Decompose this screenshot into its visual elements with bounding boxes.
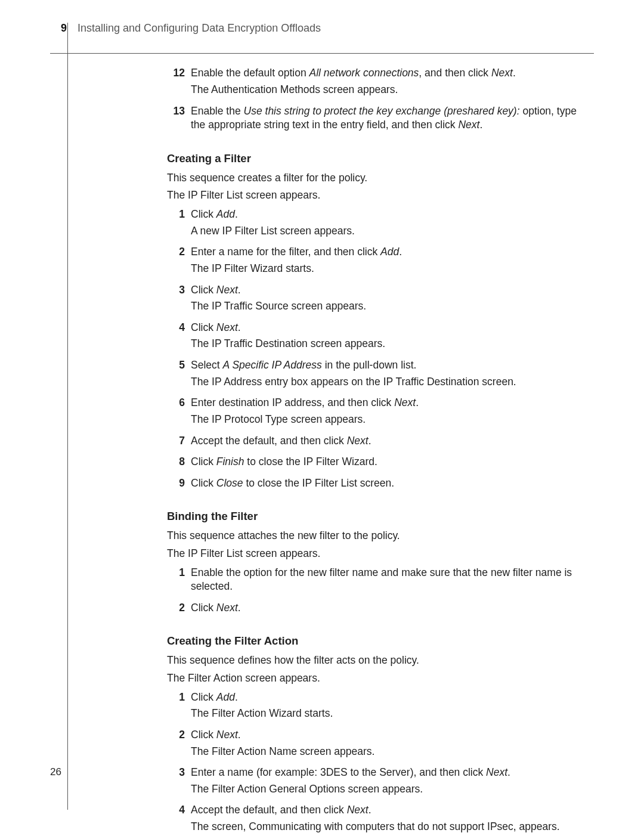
text: in the pull-down list. bbox=[322, 359, 417, 371]
text: Click bbox=[191, 729, 216, 741]
step: 4 Click Next. The IP Traffic Destination… bbox=[167, 321, 594, 354]
text-italic: Next bbox=[216, 602, 238, 614]
step-body: Click Next. bbox=[191, 601, 594, 618]
chapter-title: Installing and Configuring Data Encrypti… bbox=[78, 21, 321, 35]
step-body: Click Add. A new IP Filter List screen a… bbox=[191, 208, 594, 240]
text-italic: Next bbox=[216, 321, 238, 333]
step: 2 Click Next. The Filter Action Name scr… bbox=[167, 728, 594, 761]
step-result: The IP Address entry box appears on the … bbox=[191, 375, 594, 389]
text: Click bbox=[191, 456, 216, 467]
step: 6 Enter destination IP address, and then… bbox=[167, 396, 594, 429]
step: 2 Click Next. bbox=[167, 601, 594, 618]
text: Select bbox=[191, 359, 223, 371]
step-result: The Filter Action General Options screen… bbox=[191, 782, 594, 797]
step: 12 Enable the default option All network… bbox=[167, 66, 594, 99]
intro-text: This sequence defines how the filter act… bbox=[167, 654, 594, 668]
step: 1 Click Add. The Filter Action Wizard st… bbox=[167, 690, 594, 723]
text: Enable the bbox=[191, 105, 244, 117]
step-result: The IP Traffic Source screen appears. bbox=[191, 299, 594, 314]
step-result: The IP Filter Wizard starts. bbox=[191, 262, 594, 276]
text-italic: Next bbox=[347, 435, 369, 447]
step-number: 1 bbox=[167, 208, 185, 222]
text: Enter a name (for example: 3DES to the S… bbox=[191, 766, 486, 778]
text: . bbox=[238, 602, 241, 614]
step-number: 7 bbox=[167, 434, 185, 448]
text-italic: Close bbox=[216, 477, 243, 489]
step-body: Click Next. The IP Traffic Destination s… bbox=[191, 321, 594, 354]
text-italic: A Specific IP Address bbox=[223, 359, 322, 371]
step: 1 Click Add. A new IP Filter List screen… bbox=[167, 208, 594, 240]
text: Click bbox=[191, 602, 216, 614]
step-number: 1 bbox=[167, 690, 185, 705]
step: 4 Accept the default, and then click Nex… bbox=[167, 803, 594, 833]
text: . bbox=[479, 119, 482, 131]
text: Enable the option for the new filter nam… bbox=[191, 566, 594, 594]
text-italic: Next bbox=[216, 284, 238, 296]
page-number: 26 bbox=[50, 766, 61, 779]
text-italic: All network connections bbox=[309, 67, 419, 79]
running-header: 9 Installing and Configuring Data Encryp… bbox=[50, 21, 594, 42]
step-body: Click Next. The IP Traffic Source screen… bbox=[191, 283, 594, 316]
step-body: Click Add. The Filter Action Wizard star… bbox=[191, 690, 594, 723]
horizontal-rule bbox=[50, 53, 594, 54]
step-body: Enable the Use this string to protect th… bbox=[191, 104, 594, 135]
text: . bbox=[399, 246, 402, 258]
step-body: Accept the default, and then click Next. bbox=[191, 434, 594, 451]
step-number: 2 bbox=[167, 601, 185, 615]
step-number: 1 bbox=[167, 566, 185, 580]
step-number: 9 bbox=[167, 476, 185, 491]
step-body: Enter destination IP address, and then c… bbox=[191, 396, 594, 429]
chapter-number: 9 bbox=[50, 21, 67, 35]
step-result: The IP Protocol Type screen appears. bbox=[191, 413, 594, 427]
step: 8 Click Finish to close the IP Filter Wi… bbox=[167, 455, 594, 472]
step: 3 Enter a name (for example: 3DES to the… bbox=[167, 766, 594, 798]
step-number: 8 bbox=[167, 455, 185, 469]
text-italic: Add bbox=[216, 691, 235, 703]
text-italic: Next bbox=[458, 119, 479, 131]
step-result: The Authentication Methods screen appear… bbox=[191, 83, 594, 97]
step-number: 3 bbox=[167, 283, 185, 298]
text: . bbox=[369, 804, 371, 816]
text: Enable the default option bbox=[191, 67, 309, 79]
step-body: Select A Specific IP Address in the pull… bbox=[191, 358, 594, 391]
step-number: 6 bbox=[167, 396, 185, 410]
text: Click bbox=[191, 208, 216, 220]
intro-text: The IP Filter List screen appears. bbox=[167, 547, 594, 561]
text: Click bbox=[191, 477, 216, 489]
text: . bbox=[238, 321, 241, 333]
step: 9 Click Close to close the IP Filter Lis… bbox=[167, 476, 594, 493]
text-italic: Next bbox=[216, 729, 238, 741]
text: , and then click bbox=[419, 67, 491, 79]
step-number: 3 bbox=[167, 766, 185, 780]
text: . bbox=[507, 766, 510, 778]
step-result: A new IP Filter List screen appears. bbox=[191, 224, 594, 239]
step: 7 Accept the default, and then click Nex… bbox=[167, 434, 594, 451]
text-italic: Add bbox=[380, 246, 399, 258]
text-italic: Finish bbox=[216, 456, 244, 467]
text: Enter destination IP address, and then c… bbox=[191, 397, 394, 408]
vertical-rule bbox=[67, 23, 68, 810]
text: . bbox=[235, 691, 238, 703]
intro-text: This sequence creates a filter for the p… bbox=[167, 171, 594, 185]
text: Click bbox=[191, 691, 216, 703]
step-body: Click Next. The Filter Action Name scree… bbox=[191, 728, 594, 761]
step-result: The Filter Action Name screen appears. bbox=[191, 745, 594, 759]
text-italic: Use this string to protect the key excha… bbox=[244, 105, 520, 117]
text: Accept the default, and then click bbox=[191, 804, 347, 816]
step-body: Accept the default, and then click Next.… bbox=[191, 803, 594, 833]
text: . bbox=[416, 397, 419, 408]
text: Click bbox=[191, 321, 216, 333]
step-number: 2 bbox=[167, 728, 185, 742]
step: 13 Enable the Use this string to protect… bbox=[167, 104, 594, 135]
text: . bbox=[238, 729, 241, 741]
step: 3 Click Next. The IP Traffic Source scre… bbox=[167, 283, 594, 316]
intro-text: The Filter Action screen appears. bbox=[167, 671, 594, 686]
section-heading-creating-filter-action: Creating the Filter Action bbox=[167, 634, 594, 649]
step-body: Enable the default option All network co… bbox=[191, 66, 594, 99]
step-number: 2 bbox=[167, 245, 185, 259]
step-number: 12 bbox=[167, 66, 185, 80]
step-result: The IP Traffic Destination screen appear… bbox=[191, 337, 594, 351]
step-body: Enter a name (for example: 3DES to the S… bbox=[191, 766, 594, 798]
text: . bbox=[238, 284, 241, 296]
text: . bbox=[369, 435, 371, 447]
